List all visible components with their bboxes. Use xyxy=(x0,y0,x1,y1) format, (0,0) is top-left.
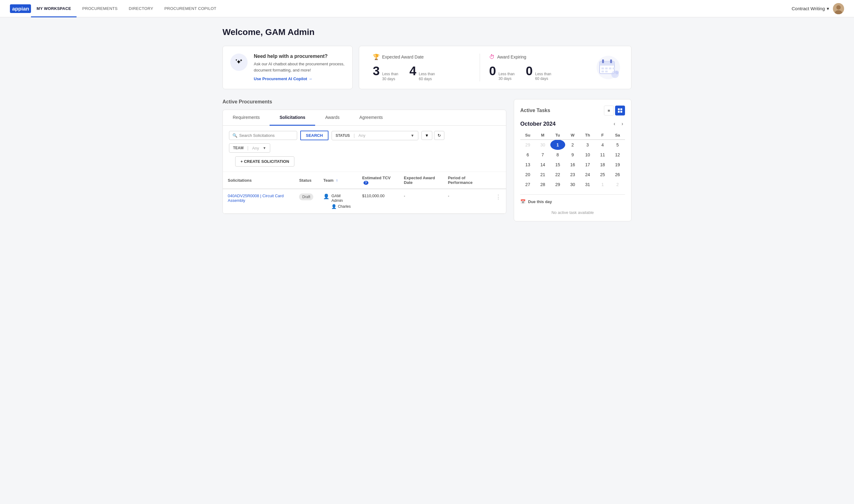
ai-card-content: Need help with a procurement? Ask our AI… xyxy=(254,54,345,81)
contract-writing-button[interactable]: Contract Writing ▾ xyxy=(792,6,829,12)
svg-text:✦: ✦ xyxy=(235,58,238,61)
calendar-day[interactable]: 20 xyxy=(520,170,535,180)
calendar-day[interactable]: 19 xyxy=(610,160,625,170)
nav-directory[interactable]: DIRECTORY xyxy=(123,0,159,17)
calendar-month: October 2024 xyxy=(520,121,556,127)
calendar-day[interactable]: 23 xyxy=(565,170,580,180)
award-expiring-numbers: 0 Less than 30 days 0 Less than 60 days xyxy=(489,64,587,82)
performance-cell: - xyxy=(443,189,490,214)
status-filter[interactable]: STATUS | Any ▼ xyxy=(332,131,418,140)
refresh-button[interactable]: ↻ xyxy=(434,131,445,140)
nav-my-workspace[interactable]: MY WORKSPACE xyxy=(31,0,76,17)
expiring-30-label: Less than 30 days xyxy=(499,72,517,82)
svg-rect-16 xyxy=(613,68,615,69)
procurements-title: Active Procurements xyxy=(223,99,506,105)
tab-solicitations[interactable]: Solicitations xyxy=(269,110,315,126)
calendar-day-header: W xyxy=(565,131,580,140)
trophy-icon: 🏆 xyxy=(373,54,380,60)
calendar-day[interactable]: 1 xyxy=(595,180,610,190)
svg-rect-17 xyxy=(602,71,604,72)
list-view-button[interactable]: ≡ xyxy=(604,106,614,115)
svg-text:appian: appian xyxy=(12,6,29,12)
calendar-day-header: M xyxy=(535,131,550,140)
calendar-week-row: 20212223242526 xyxy=(520,170,625,180)
calendar-day[interactable]: 9 xyxy=(565,150,580,160)
more-actions-button[interactable]: ⋮ xyxy=(495,194,501,200)
prev-month-button[interactable]: ‹ xyxy=(612,121,617,127)
calendar-view-button[interactable] xyxy=(615,106,625,115)
next-month-button[interactable]: › xyxy=(620,121,625,127)
calendar-day-header: Su xyxy=(520,131,535,140)
svg-rect-14 xyxy=(605,68,608,69)
calendar-day[interactable]: 1 xyxy=(550,140,565,150)
award-expiring-title: Award Expiring xyxy=(497,54,526,59)
calendar-day[interactable]: 2 xyxy=(610,180,625,190)
page-title: Welcome, GAM Admin xyxy=(223,27,631,37)
expiring-60-num: 0 xyxy=(526,64,533,78)
calendar-day[interactable]: 11 xyxy=(595,150,610,160)
award-date-cell: - xyxy=(399,189,443,214)
calendar-day[interactable]: 14 xyxy=(535,160,550,170)
calendar-day[interactable]: 30 xyxy=(535,140,550,150)
status-badge: Draft xyxy=(299,194,313,200)
col-performance: Period of Performance xyxy=(443,172,490,189)
avatar[interactable] xyxy=(833,3,844,14)
appian-logo[interactable]: appian xyxy=(10,4,31,13)
calendar-day[interactable]: 18 xyxy=(595,160,610,170)
calendar-day[interactable]: 6 xyxy=(520,150,535,160)
calendar-day[interactable]: 31 xyxy=(580,180,595,190)
calendar-day[interactable]: 21 xyxy=(535,170,550,180)
ai-copilot-link[interactable]: Use Procurement AI Copilot → xyxy=(254,76,312,81)
calendar-illustration xyxy=(593,55,624,80)
calendar-day[interactable]: 7 xyxy=(535,150,550,160)
calendar-day[interactable]: 2 xyxy=(565,140,580,150)
team-dropdown-arrow-icon: ▼ xyxy=(263,146,266,150)
filter-button[interactable]: ▼ xyxy=(421,131,432,140)
calendar-day[interactable]: 30 xyxy=(565,180,580,190)
calendar-day[interactable]: 16 xyxy=(565,160,580,170)
team-cell: 👤 GAM Admin 👤 Charles xyxy=(318,189,357,214)
svg-rect-18 xyxy=(605,71,608,72)
calendar-day[interactable]: 29 xyxy=(520,140,535,150)
tab-agreements[interactable]: Agreements xyxy=(350,110,393,126)
col-team: Team ↑ xyxy=(318,172,357,189)
create-solicitation-button[interactable]: + CREATE SOLICITATION xyxy=(235,156,294,166)
award-date-30-label: Less than 30 days xyxy=(382,72,401,82)
col-status: Status xyxy=(294,172,318,189)
calendar-day-header: Th xyxy=(580,131,595,140)
app-header: appian MY WORKSPACE PROCUREMENTS DIRECTO… xyxy=(0,0,854,17)
calendar-day[interactable]: 27 xyxy=(520,180,535,190)
solicitation-id[interactable]: 040ADV25R0008 | Circuit Card Assembly xyxy=(223,189,294,214)
tab-awards[interactable]: Awards xyxy=(315,110,349,126)
calendar-day[interactable]: 26 xyxy=(610,170,625,180)
timer-icon: ⏱ xyxy=(489,54,495,60)
svg-rect-11 xyxy=(602,59,604,63)
calendar-day[interactable]: 25 xyxy=(595,170,610,180)
calendar-day[interactable]: 17 xyxy=(580,160,595,170)
calendar-day[interactable]: 22 xyxy=(550,170,565,180)
search-input[interactable] xyxy=(239,133,294,138)
calendar-day[interactable]: 24 xyxy=(580,170,595,180)
calendar-day[interactable]: 4 xyxy=(595,140,610,150)
nav-procurements[interactable]: PROCUREMENTS xyxy=(76,0,123,17)
search-button[interactable]: SEARCH xyxy=(300,131,329,140)
calendar-icon: 📅 xyxy=(520,199,525,204)
svg-point-2 xyxy=(836,5,841,10)
calendar-day[interactable]: 12 xyxy=(610,150,625,160)
search-area: 🔍 SEARCH STATUS | Any ▼ ▼ xyxy=(223,126,506,172)
calendar-day[interactable]: 28 xyxy=(535,180,550,190)
calendar-day[interactable]: 5 xyxy=(610,140,625,150)
calendar-day[interactable]: 10 xyxy=(580,150,595,160)
svg-rect-24 xyxy=(620,111,622,113)
col-solicitations: Solicitations xyxy=(223,172,294,189)
status-value: Any xyxy=(359,133,408,138)
calendar-day[interactable]: 29 xyxy=(550,180,565,190)
tab-requirements[interactable]: Requirements xyxy=(223,110,269,126)
team-filter[interactable]: TEAM | Any ▼ xyxy=(229,143,270,152)
nav-copilot[interactable]: PROCUREMENT COPILOT xyxy=(159,0,222,17)
calendar-day[interactable]: 15 xyxy=(550,160,565,170)
calendar-grid: SuMTuWThFSa 2930123456789101112131415161… xyxy=(520,131,625,190)
calendar-day[interactable]: 8 xyxy=(550,150,565,160)
calendar-day[interactable]: 13 xyxy=(520,160,535,170)
calendar-day[interactable]: 3 xyxy=(580,140,595,150)
